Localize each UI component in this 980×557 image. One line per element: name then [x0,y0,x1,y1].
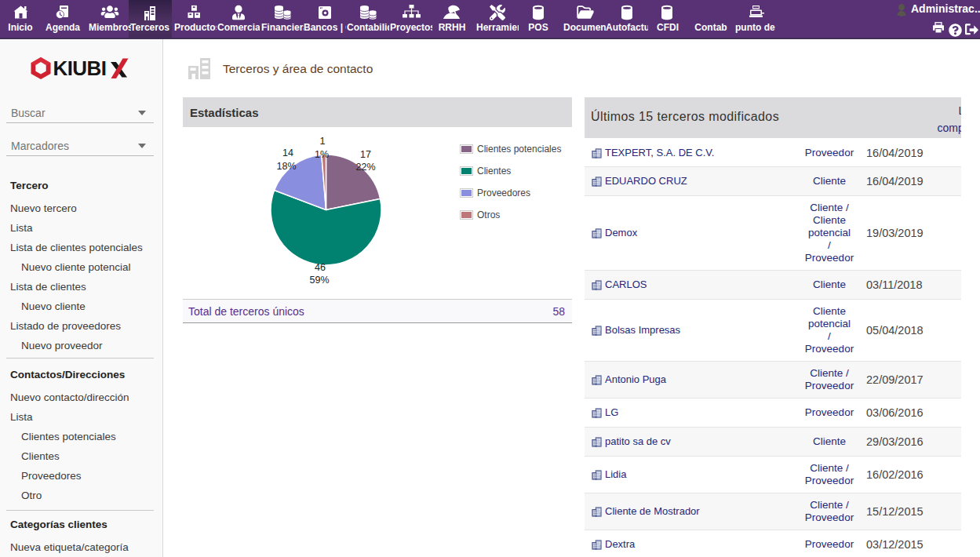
svg-text:KIUBI: KIUBI [53,56,107,80]
